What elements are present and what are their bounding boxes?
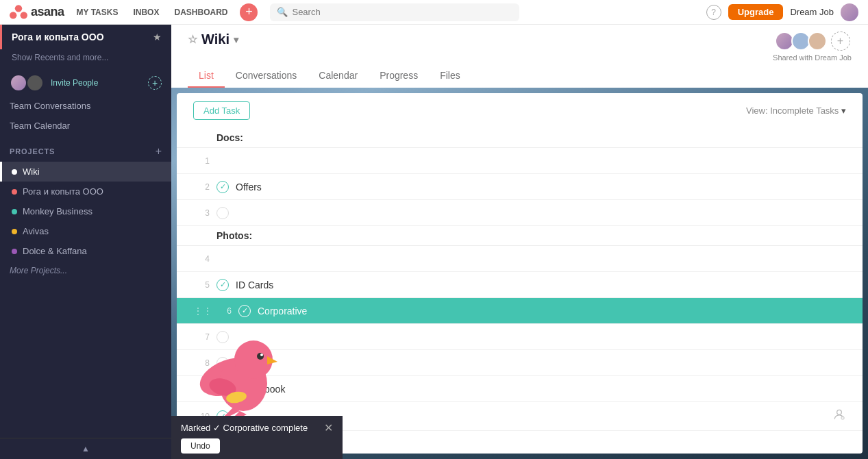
task-name[interactable]: ID Cards: [236, 280, 273, 290]
show-recents[interactable]: Show Recents and more...: [0, 49, 171, 70]
invite-people-button[interactable]: Invite People: [51, 78, 98, 88]
view-filter[interactable]: View: Incomplete Tasks ▾: [746, 106, 846, 116]
table-row[interactable]: 5 ✓ ID Cards: [177, 272, 863, 298]
assign-icon[interactable]: [832, 408, 846, 425]
project-dot-dolce: [12, 249, 17, 254]
task-name[interactable]: Brand-book: [236, 384, 285, 395]
projects-label: PROJECTS: [10, 147, 55, 156]
avatar-2: [26, 74, 44, 92]
project-item-avivas[interactable]: Avivas: [0, 221, 171, 241]
collapse-sidebar-button[interactable]: ▲: [0, 438, 171, 459]
project-title: ☆ Wiki ▾: [188, 32, 238, 47]
chevron-down-icon[interactable]: ▾: [234, 34, 238, 45]
nav-my-tasks[interactable]: MY TASKS: [77, 8, 119, 17]
task-checkbox[interactable]: [216, 357, 229, 369]
task-checkbox[interactable]: ✓: [216, 181, 229, 193]
sidebar-item-team-calendar[interactable]: Team Calendar: [0, 116, 171, 136]
task-checkbox[interactable]: [216, 207, 229, 219]
search-icon: 🔍: [277, 7, 288, 17]
view-filter-text: View: Incomplete Tasks: [746, 106, 839, 116]
view-filter-chevron-icon: ▾: [841, 106, 846, 116]
add-member-button[interactable]: +: [831, 32, 850, 51]
project-item-roga[interactable]: Рога и копыта ООО: [0, 182, 171, 201]
section-photos-label: Photos:: [216, 230, 252, 241]
task-checkbox-checked[interactable]: ✓: [238, 305, 251, 317]
more-projects-link[interactable]: More Projects...: [0, 261, 171, 280]
sidebar-item-team-conversations[interactable]: Team Conversations: [0, 96, 171, 116]
sidebar: Рога и копыта ООО ★ Show Recents and mor…: [0, 25, 171, 459]
star-project-icon[interactable]: ☆: [188, 33, 197, 46]
user-avatar[interactable]: [841, 3, 858, 21]
help-button[interactable]: ?: [706, 5, 721, 20]
tab-progress[interactable]: Progress: [369, 64, 429, 88]
task-name[interactable]: Corporative: [258, 306, 307, 317]
notification-text: Marked ✓ Corporative complete: [181, 423, 308, 433]
table-row[interactable]: 7: [177, 324, 863, 350]
add-new-button[interactable]: +: [240, 3, 258, 21]
svg-point-3: [837, 410, 842, 414]
task-checkbox[interactable]: [216, 383, 229, 395]
shared-label: Shared with Dream Job: [773, 53, 852, 62]
project-label-wiki: Wiki: [23, 166, 40, 177]
nav-right: ? Upgrade Dream Job: [706, 3, 858, 21]
task-checkbox[interactable]: [216, 331, 229, 343]
tab-files[interactable]: Files: [429, 64, 471, 88]
table-row[interactable]: ⋮⋮ 6 ✓ Corporative: [177, 298, 863, 324]
section-docs-label: Docs:: [216, 132, 243, 143]
logo[interactable]: asana: [10, 5, 64, 20]
project-label-avivas: Avivas: [23, 226, 49, 236]
task-checkbox[interactable]: ✓: [216, 279, 229, 291]
project-dot-wiki: [12, 169, 17, 175]
task-name[interactable]: Offers: [236, 182, 262, 193]
section-photos: Photos:: [177, 226, 863, 246]
svg-point-2: [21, 12, 27, 18]
row-number: 7: [193, 332, 210, 342]
project-title-text: Wiki: [201, 32, 230, 47]
drag-handle-icon: ⋮⋮: [193, 306, 212, 317]
section-docs: Docs:: [177, 128, 863, 148]
nav-inbox[interactable]: INBOX: [133, 8, 159, 17]
row-number: 3: [193, 208, 210, 218]
project-dot-monkey: [12, 209, 17, 214]
add-person-button[interactable]: +: [148, 76, 162, 90]
svg-point-1: [10, 12, 16, 18]
row-number: 8: [193, 358, 210, 368]
shared-section: + Shared with Dream Job: [773, 32, 852, 62]
table-row[interactable]: 3: [177, 200, 863, 226]
star-org-icon[interactable]: ★: [153, 32, 162, 42]
project-header: ☆ Wiki ▾ + Shared with Dream Job List Co: [171, 25, 868, 88]
svg-point-0: [15, 5, 22, 12]
show-recents-link[interactable]: Show Recents and more...: [12, 53, 108, 62]
search-input[interactable]: [292, 7, 512, 17]
app-name: asana: [31, 5, 64, 19]
add-task-button[interactable]: Add Task: [193, 101, 250, 120]
row-number: 4: [193, 254, 210, 264]
asana-logo-icon: [10, 5, 27, 20]
project-dot-roga: [12, 189, 17, 195]
row-number: 5: [193, 280, 210, 290]
org-header[interactable]: Рога и копыта ООО ★: [0, 25, 171, 49]
tab-conversations[interactable]: Conversations: [225, 64, 308, 88]
project-item-monkey[interactable]: Monkey Business: [0, 201, 171, 221]
project-item-dolce[interactable]: Dolce & Kaffana: [0, 241, 171, 261]
project-label-roga: Рога и копыта ООО: [23, 186, 103, 197]
add-project-button[interactable]: +: [156, 145, 162, 158]
project-dot-avivas: [12, 229, 17, 234]
table-row[interactable]: 9 Brand-book: [177, 376, 863, 402]
upgrade-button[interactable]: Upgrade: [728, 4, 784, 20]
tab-calendar[interactable]: Calendar: [308, 64, 369, 88]
notification-bar: Marked ✓ Corporative complete ✕ Undo: [171, 416, 343, 459]
undo-button[interactable]: Undo: [181, 438, 220, 454]
search-bar[interactable]: 🔍: [270, 3, 519, 21]
close-notification-icon[interactable]: ✕: [324, 421, 333, 434]
tab-list[interactable]: List: [188, 64, 225, 88]
project-item-wiki[interactable]: Wiki: [0, 162, 171, 182]
projects-section-header: PROJECTS +: [0, 136, 171, 162]
row-number: 6: [215, 306, 232, 316]
nav-links: MY TASKS INBOX DASHBOARD: [77, 8, 228, 17]
nav-dashboard[interactable]: DASHBOARD: [174, 8, 227, 17]
table-row[interactable]: 2 ✓ Offers: [177, 174, 863, 200]
table-row[interactable]: 8: [177, 350, 863, 376]
row-number: 1: [193, 156, 210, 166]
row-number: 2: [193, 182, 210, 192]
